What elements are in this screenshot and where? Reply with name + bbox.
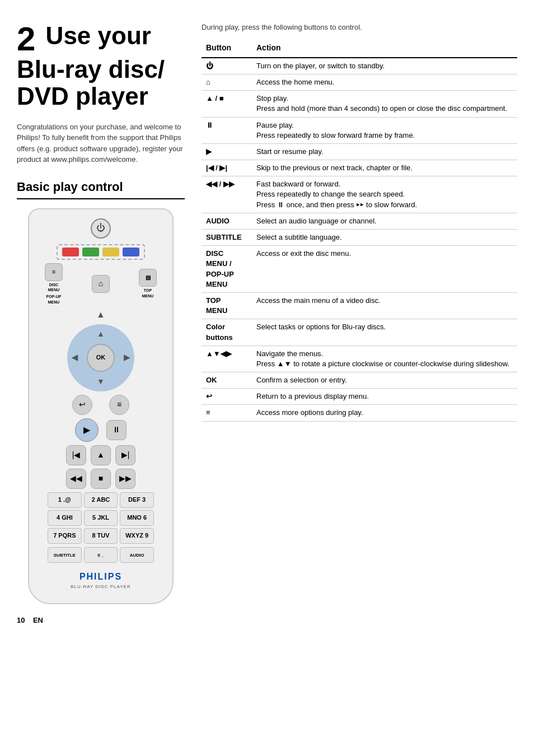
rewind-button-icon: ◀◀ [66, 469, 86, 489]
left-column: 2 Use your Blu-ray disc/ DVD player Cong… [17, 22, 196, 734]
table-cell-button: TOP MENU [202, 292, 252, 319]
philips-logo-area: PHILIPS BLU-RAY DISC PLAYER [71, 571, 130, 590]
table-cell-action: Access more options during play. [252, 405, 517, 421]
disc-menu-button-icon: ≡ [45, 263, 63, 281]
table-cell-button: OK [202, 372, 252, 389]
table-row: AUDIOSelect an audio language or channel… [202, 213, 517, 229]
color-buttons-group [57, 244, 145, 260]
audio-button: AUDIO [120, 547, 154, 563]
table-cell-button: DISC MENU / POP-UP MENU [202, 246, 252, 293]
red-button [62, 248, 79, 256]
table-cell-action: Access the home menu. [252, 74, 517, 90]
yellow-button [102, 248, 119, 256]
table-row: ⏻Turn on the player, or switch to standb… [202, 58, 517, 74]
blue-button [123, 248, 139, 256]
top-menu-group: ▤ TOPMENU [139, 269, 157, 299]
table-cell-button: Color buttons [202, 319, 252, 346]
top-menu-row: ≡ DISCMENU POP-UPMENU ⌂ ▤ TOPMENU [36, 263, 166, 305]
control-table: Button Action ⏻Turn on the player, or sw… [202, 39, 517, 421]
chapter-number: 2 [17, 20, 35, 58]
table-cell-button: ◀◀ / ▶▶ [202, 176, 252, 213]
home-button-icon: ⌂ [92, 275, 110, 293]
num-4-button: 4 GHI [48, 510, 82, 526]
right-column: During play, press the following buttons… [196, 22, 517, 734]
table-cell-action: Select a subtitle language. [252, 230, 517, 246]
page-num-value: 10 [17, 616, 25, 624]
table-cell-action: Select tasks or options for Blu-ray disc… [252, 319, 517, 346]
table-cell-action: Confirm a selection or entry. [252, 372, 517, 389]
table-row: ↩Return to a previous display menu. [202, 389, 517, 405]
remote-control-illustration: ⏻ ≡ DISCMENU POP-UPMENU ⌂ ▤ TOPMENU ▲ [28, 208, 174, 604]
philips-product-type: BLU-RAY DISC PLAYER [71, 584, 130, 590]
table-cell-button: ↩ [202, 389, 252, 405]
table-cell-action: Fast backward or forward. Press repeated… [252, 176, 517, 213]
table-cell-action: Skip to the previous or next track, chap… [252, 160, 517, 176]
num-8-button: 8 TUV [84, 528, 118, 544]
philips-wordmark: PHILIPS [71, 571, 130, 583]
intro-paragraph: Congratulations on your purchase, and we… [17, 122, 185, 165]
green-button [82, 248, 99, 256]
num-6-button: MNO 6 [120, 510, 154, 526]
table-row: ⏸Pause play. Press repeatedly to slow fo… [202, 117, 517, 143]
disc-menu-group: ≡ DISCMENU POP-UPMENU [45, 263, 63, 305]
table-row: SUBTITLESelect a subtitle language. [202, 230, 517, 246]
pause-button-icon: ⏸ [106, 420, 127, 440]
table-cell-button: ⏻ [202, 58, 252, 74]
skip-row: |◀ ▲ ▶| [66, 445, 135, 465]
table-cell-action: Start or resume play. [252, 143, 517, 160]
table-row: ▶Start or resume play. [202, 143, 517, 160]
table-cell-button: ⏸ [202, 117, 252, 143]
table-cell-button: |◀ / ▶| [202, 160, 252, 176]
table-cell-button: ▲ / ■ [202, 91, 252, 117]
table-row: ▲ / ■Stop play. Press and hold (more tha… [202, 91, 517, 117]
options-button-icon: ≡ [109, 395, 129, 415]
top-menu-label: TOPMENU [142, 288, 154, 299]
play-pause-row: ▶ ⏸ [75, 418, 127, 442]
table-header-button: Button [202, 39, 252, 58]
back-options-row: ↩ ≡ [72, 395, 129, 415]
num-9-button: WXYZ 9 [120, 528, 154, 544]
table-row: |◀ / ▶|Skip to the previous or next trac… [202, 160, 517, 176]
fast-forward-button-icon: ▶▶ [115, 469, 135, 489]
right-intro-text: During play, press the following buttons… [202, 22, 517, 32]
nav-down-icon: ▼ [97, 376, 105, 388]
home-group: ⌂ [92, 275, 110, 293]
table-cell-action: Pause play. Press repeatedly to slow for… [252, 117, 517, 143]
nav-circle: ▲ ▼ ◀ ▶ OK [67, 324, 134, 391]
table-row: ≡Access more options during play. [202, 405, 517, 421]
table-row: DISC MENU / POP-UP MENUAccess or exit th… [202, 246, 517, 293]
nav-left-icon: ◀ [72, 352, 78, 363]
transport-row: ◀◀ ■ ▶▶ [66, 469, 135, 489]
table-cell-button: ▲▼◀▶ [202, 346, 252, 372]
table-cell-action: Turn on the player, or switch to standby… [252, 58, 517, 74]
table-cell-action: Stop play. Press and hold (more than 4 s… [252, 91, 517, 117]
page-number: 10 EN [17, 615, 185, 626]
table-cell-action: Access the main menu of a video disc. [252, 292, 517, 319]
subtitle-button: SUBTITLE [48, 547, 82, 563]
skip-next-button-icon: ▶| [115, 445, 135, 465]
table-row: ◀◀ / ▶▶Fast backward or forward. Press r… [202, 176, 517, 213]
bottom-buttons-row: SUBTITLE 0 _ AUDIO [48, 547, 154, 563]
page-title: 2 Use your Blu-ray disc/ DVD player [17, 22, 185, 110]
table-row: TOP MENUAccess the main menu of a video … [202, 292, 517, 319]
table-cell-button: SUBTITLE [202, 230, 252, 246]
table-cell-action: Navigate the menus. Press ▲▼ to rotate a… [252, 346, 517, 372]
skip-prev-button-icon: |◀ [66, 445, 86, 465]
numpad: 1 .@ 2 ABC DEF 3 4 GHI 5 JKL MNO 6 7 PQR… [48, 492, 154, 544]
disc-menu-label: DISCMENU [48, 282, 60, 293]
up-arrow-icon: ▲ [96, 309, 105, 321]
table-cell-action: Return to a previous display menu. [252, 389, 517, 405]
num-7-button: 7 PQRS [48, 528, 82, 544]
table-cell-button: AUDIO [202, 213, 252, 229]
nav-up-icon: ▲ [97, 329, 105, 340]
table-cell-button: ≡ [202, 405, 252, 421]
table-row: ⌂Access the home menu. [202, 74, 517, 90]
table-row: OKConfirm a selection or entry. [202, 372, 517, 389]
section-heading: Basic play control [17, 179, 185, 199]
num-2-button: 2 ABC [84, 492, 118, 508]
top-menu-button-icon: ▤ [139, 269, 157, 287]
chapter-title: Use your Blu-ray disc/ DVD player [17, 22, 165, 110]
num-3-button: DEF 3 [120, 492, 154, 508]
ok-button-icon: OK [87, 344, 115, 372]
table-cell-button: ⌂ [202, 74, 252, 90]
